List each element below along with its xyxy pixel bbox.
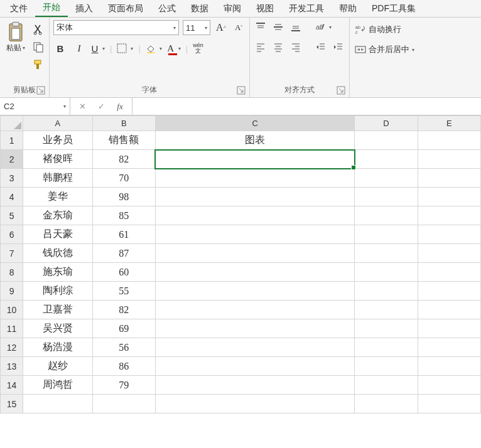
increase-indent-button[interactable] [332,40,345,54]
cell-A5[interactable]: 金东瑜 [23,206,92,225]
cell-B12[interactable]: 56 [92,338,155,357]
cell-E11[interactable] [418,319,480,338]
cell-A15[interactable] [23,395,92,413]
cell-E15[interactable] [418,395,480,413]
cell-D7[interactable] [355,244,418,263]
cell-E5[interactable] [418,206,480,225]
copy-button[interactable] [31,40,45,54]
cell-D14[interactable] [355,376,418,395]
menu-item-10[interactable]: PDF工具集 [364,1,423,17]
cell-A3[interactable]: 韩鹏程 [23,169,92,188]
cell-B10[interactable]: 82 [92,301,155,319]
cancel-formula-button[interactable]: ✕ [73,98,92,115]
format-painter-button[interactable] [31,58,45,72]
row-header-3[interactable]: 3 [1,169,23,188]
cell-A9[interactable]: 陶利综 [23,282,92,301]
cell-C1[interactable]: 图表 [155,131,354,150]
menu-item-1[interactable]: 开始 [35,0,68,17]
decrease-font-button[interactable]: Aˇ [232,21,246,35]
cell-A11[interactable]: 吴兴贤 [23,319,92,338]
cell-B8[interactable]: 60 [92,263,155,282]
align-middle-button[interactable] [271,20,285,34]
clipboard-launcher-icon[interactable] [36,86,45,95]
cell-E3[interactable] [418,169,480,188]
cell-C6[interactable] [155,225,354,244]
underline-button[interactable]: U▾ [91,41,105,55]
cut-button[interactable] [31,23,45,36]
cell-E10[interactable] [418,301,480,319]
menu-item-9[interactable]: 帮助 [332,1,364,17]
font-name-select[interactable]: 宋体▾ [53,20,179,35]
row-header-12[interactable]: 12 [1,338,23,357]
cell-C9[interactable] [155,282,354,301]
cell-D13[interactable] [355,357,418,376]
insert-function-button[interactable]: fx [111,98,129,115]
align-center-button[interactable] [271,40,285,54]
cell-E14[interactable] [418,376,480,395]
column-header-C[interactable]: C [155,116,354,131]
bold-button[interactable]: B [53,41,67,55]
cell-B9[interactable]: 55 [92,282,155,301]
phonetic-button[interactable]: wén 文 [193,41,210,55]
cell-B3[interactable]: 70 [92,169,155,188]
menu-item-0[interactable]: 文件 [3,1,35,17]
cell-B7[interactable]: 87 [92,244,155,263]
row-header-7[interactable]: 7 [1,244,23,263]
cell-C2[interactable] [155,150,354,169]
cell-B14[interactable]: 79 [92,376,155,395]
column-header-D[interactable]: D [355,116,418,131]
align-left-button[interactable] [254,40,268,54]
row-header-6[interactable]: 6 [1,225,23,244]
increase-font-button[interactable]: A^ [214,21,228,35]
font-size-select[interactable]: 11▾ [183,20,210,35]
cell-E6[interactable] [418,225,480,244]
row-header-13[interactable]: 13 [1,357,23,376]
paste-button[interactable]: 粘贴 ▾ [4,20,28,55]
font-color-button[interactable]: A▾ [167,41,181,55]
cell-D12[interactable] [355,338,418,357]
cell-C15[interactable] [155,395,354,413]
cell-D4[interactable] [355,188,418,206]
cell-E4[interactable] [418,188,480,206]
cell-D10[interactable] [355,301,418,319]
cell-C13[interactable] [155,357,354,376]
column-header-A[interactable]: A [23,116,92,131]
cell-C8[interactable] [155,263,354,282]
menu-item-5[interactable]: 数据 [183,1,216,17]
cell-B13[interactable]: 86 [92,357,155,376]
wrap-text-button[interactable]: abc 自动换行 [354,23,416,36]
cell-E9[interactable] [418,282,480,301]
cell-B15[interactable] [92,395,155,413]
merge-center-button[interactable]: 合并后居中 ▾ [354,43,416,56]
column-header-E[interactable]: E [418,116,480,131]
row-header-9[interactable]: 9 [1,282,23,301]
formula-input[interactable] [132,98,481,115]
cell-B5[interactable]: 85 [92,206,155,225]
cell-C11[interactable] [155,319,354,338]
cell-D3[interactable] [355,169,418,188]
cell-E13[interactable] [418,357,480,376]
fill-color-button[interactable]: ▾ [146,41,162,55]
row-header-5[interactable]: 5 [1,206,23,225]
cell-A2[interactable]: 褚俊晖 [23,150,92,169]
cell-C4[interactable] [155,188,354,206]
cell-C5[interactable] [155,206,354,225]
cell-A4[interactable]: 姜华 [23,188,92,206]
name-box[interactable]: C2 ▾ [0,98,70,115]
row-header-15[interactable]: 15 [1,395,23,413]
menu-item-8[interactable]: 开发工具 [281,1,332,17]
cell-A10[interactable]: 卫嘉誉 [23,301,92,319]
menu-item-2[interactable]: 插入 [68,1,100,17]
row-header-1[interactable]: 1 [1,131,23,150]
orientation-button[interactable]: ab▾ [314,20,332,34]
cell-E12[interactable] [418,338,480,357]
cell-E8[interactable] [418,263,480,282]
cell-B4[interactable]: 98 [92,188,155,206]
italic-button[interactable]: I [72,41,86,55]
cell-A1[interactable]: 业务员 [23,131,92,150]
align-bottom-button[interactable] [289,20,303,34]
column-header-B[interactable]: B [92,116,155,131]
cell-D5[interactable] [355,206,418,225]
cell-C10[interactable] [155,301,354,319]
cell-A6[interactable]: 吕天豪 [23,225,92,244]
